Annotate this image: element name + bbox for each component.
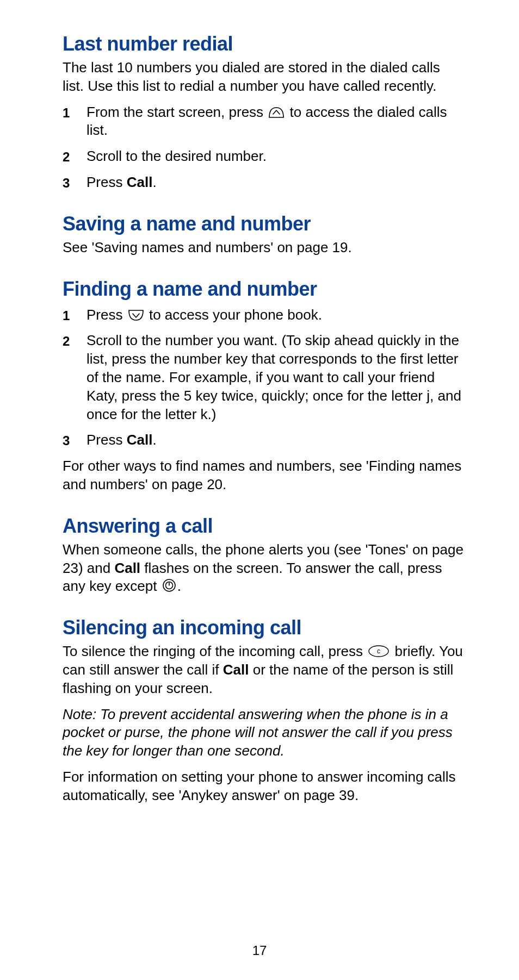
scroll-down-icon	[128, 309, 144, 321]
section-finding: Finding a name and number Press to acces…	[63, 278, 465, 494]
section-last-number-redial: Last number redial The last 10 numbers y…	[63, 33, 465, 192]
section-saving: Saving a name and number See 'Saving nam…	[63, 213, 465, 257]
answering-body: When someone calls, the phone alerts you…	[63, 541, 465, 596]
text: Press	[86, 307, 127, 323]
finding-steps: Press to access your phone book. Scroll …	[63, 306, 465, 450]
silencing-after: For information on setting your phone to…	[63, 768, 465, 805]
call-label: Call	[114, 560, 140, 576]
text: Press	[86, 432, 127, 448]
finding-after: For other ways to find names and numbers…	[63, 457, 465, 494]
redial-step-1: From the start screen, press to access t…	[63, 103, 465, 140]
manual-page: Last number redial The last 10 numbers y…	[0, 0, 519, 980]
finding-step-2: Scroll to the number you want. (To skip …	[63, 332, 465, 423]
heading-redial: Last number redial	[63, 33, 465, 55]
call-label: Call	[223, 661, 249, 678]
power-key-icon	[162, 578, 176, 592]
redial-step-2: Scroll to the desired number.	[63, 147, 465, 166]
text: to access your phone book.	[145, 307, 322, 323]
finding-step-1: Press to access your phone book.	[63, 306, 465, 324]
saving-body: See 'Saving names and numbers' on page 1…	[63, 239, 465, 257]
svg-text:c: c	[377, 647, 380, 655]
section-answering: Answering a call When someone calls, the…	[63, 515, 465, 596]
finding-step-3: Press Call.	[63, 431, 465, 450]
text: .	[177, 578, 181, 594]
redial-intro: The last 10 numbers you dialed are store…	[63, 59, 465, 96]
text: To silence the ringing of the incoming c…	[63, 643, 367, 659]
call-label: Call	[127, 174, 153, 190]
text: .	[152, 174, 156, 190]
heading-answering: Answering a call	[63, 515, 465, 538]
heading-saving: Saving a name and number	[63, 213, 465, 235]
redial-steps: From the start screen, press to access t…	[63, 103, 465, 192]
silencing-body: To silence the ringing of the incoming c…	[63, 642, 465, 697]
call-label: Call	[127, 432, 153, 448]
heading-finding: Finding a name and number	[63, 278, 465, 301]
clear-key-icon: c	[368, 645, 390, 658]
text: From the start screen, press	[86, 104, 267, 120]
silencing-note: Note: To prevent accidental answering wh…	[63, 706, 465, 760]
scroll-up-icon	[268, 107, 285, 118]
page-number: 17	[0, 943, 519, 958]
heading-silencing: Silencing an incoming call	[63, 616, 465, 639]
text: Press	[86, 174, 127, 190]
section-silencing: Silencing an incoming call To silence th…	[63, 616, 465, 804]
redial-step-3: Press Call.	[63, 173, 465, 192]
text: .	[152, 432, 156, 448]
